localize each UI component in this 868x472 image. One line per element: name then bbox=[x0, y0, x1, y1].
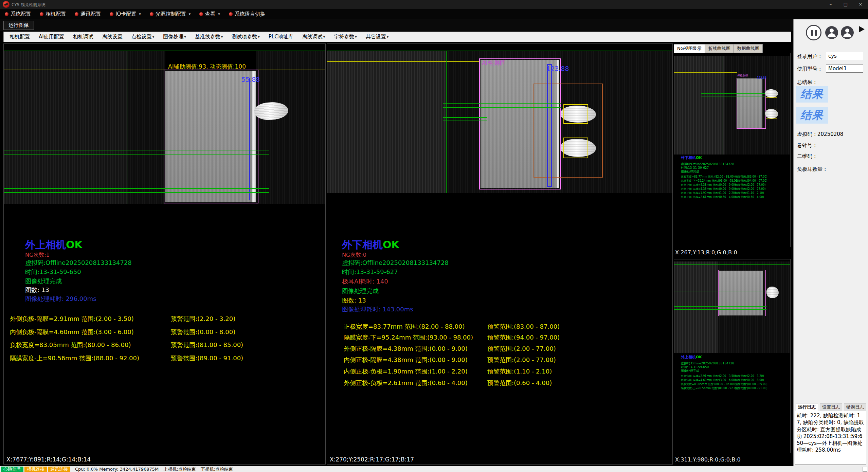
tab-line-chart[interactable]: 折线曲线图 bbox=[705, 44, 734, 53]
green-measure-line bbox=[701, 96, 766, 96]
panel-arrow-icon[interactable] bbox=[859, 26, 865, 32]
dropdown-arrow-icon: ▾ bbox=[221, 35, 223, 39]
tab-settings-log[interactable]: 设置日志 bbox=[820, 403, 842, 411]
login-user-field[interactable]: cys bbox=[826, 52, 863, 60]
blue-measure-line bbox=[760, 273, 760, 314]
frame-count-line: 图数: 13 bbox=[25, 286, 49, 294]
dropdown-arrow-icon: ▾ bbox=[355, 35, 357, 39]
camera-result: OK bbox=[696, 156, 702, 160]
green-measure-line bbox=[4, 188, 269, 189]
resize-grip[interactable] bbox=[863, 467, 867, 472]
camera-name: 外上相机 bbox=[681, 355, 696, 359]
time-line: 时间:13-31-59-627 bbox=[342, 268, 398, 276]
tab-ng-view[interactable]: NG视图显示 bbox=[674, 44, 705, 53]
tool-image-processing[interactable]: 图像处理▾ bbox=[159, 34, 191, 40]
menu-item-camera-config[interactable]: 相机配置 bbox=[40, 11, 66, 17]
menu-item-light-config[interactable]: 光源控制配置▾ bbox=[150, 11, 191, 17]
left-camera-view[interactable]: AI辅助阈值:93, 动态阈值:100 55.88 外上相机OK NG次数:1 … bbox=[3, 43, 326, 465]
warn-range-text: 预警范围:(81.00 - 85.00) bbox=[171, 341, 243, 349]
tool-baseline-params[interactable]: 基准线参数▾ bbox=[191, 34, 228, 40]
user-icon-button[interactable] bbox=[825, 26, 838, 39]
tool-camera-config[interactable]: 相机配置 bbox=[5, 34, 34, 40]
tab-run-log[interactable]: 运行日志 bbox=[796, 403, 818, 411]
green-measure-line bbox=[4, 154, 269, 155]
menu-item-label: 光源控制配置 bbox=[156, 11, 186, 17]
measurement-text: 内侧正极-负极=1.90mm 范围:(1.00 - 2.20) bbox=[344, 367, 468, 376]
warn-range-text: 预警范围:(94.00 - 97.00) bbox=[735, 179, 767, 183]
tool-offline-debug[interactable]: 离线调试▾ bbox=[298, 34, 330, 40]
ng-view-tabs: NG视图显示 折线曲线图 数据曲线图 bbox=[674, 44, 763, 53]
warn-range-text: 预警范围:(0.60 - 4.00) bbox=[487, 379, 552, 387]
tool-spot-check[interactable]: 点检设置▾ bbox=[127, 34, 159, 40]
result-box-lower: 结果 bbox=[796, 107, 828, 124]
dropdown-arrow-icon: ▾ bbox=[189, 12, 191, 16]
tool-label: 离线调试 bbox=[302, 34, 323, 40]
tool-label: 离线设置 bbox=[102, 34, 123, 40]
pause-button[interactable] bbox=[806, 25, 821, 40]
warn-range-text: 预警范围:(2.00 - 77.00) bbox=[487, 356, 556, 364]
tool-plc-address[interactable]: PLC地址库 bbox=[264, 34, 298, 40]
ng-thumbnail-lower[interactable]: AI检测框 123.88 外下相机OK 虚拟码:Offline202502081… bbox=[674, 53, 791, 247]
blue-measure-line bbox=[760, 80, 760, 126]
thumb-measure-row: 正极宽度=83.77mm 范围:(82.00 - 88.00)预警范围:(83.… bbox=[674, 175, 790, 179]
warn-range-text: 预警范围:(89.00 - 91.00) bbox=[171, 354, 243, 362]
minimize-button[interactable]: – bbox=[823, 0, 838, 9]
thumb-camera-title: 外上相机OK bbox=[681, 355, 702, 360]
width-value-label: 123.88 bbox=[546, 65, 569, 72]
tool-label: 测试项参数 bbox=[232, 34, 257, 40]
toolbar: 相机配置 AI使用配置 相机调试 离线设置 点检设置▾ 图像处理▾ 基准线参数▾… bbox=[3, 32, 791, 42]
green-measure-line bbox=[443, 121, 487, 121]
tool-char-params[interactable]: 字符参数▾ bbox=[329, 34, 361, 40]
virtual-code-line: 虚拟码:Offline20250208133134728 bbox=[25, 259, 132, 267]
warn-range-text: 预警范围:(81.00 - 85.00) bbox=[735, 382, 767, 386]
yellow-tab-box bbox=[563, 104, 588, 124]
close-button[interactable]: × bbox=[853, 0, 868, 9]
ng-thumbnail-upper[interactable]: 外上相机OK 虚拟码:Offline20250208133134728 时间:1… bbox=[674, 259, 791, 453]
qr-code-label: 二维码： bbox=[797, 153, 817, 160]
warn-range-text: 预警范围:(83.00 - 87.00) bbox=[487, 323, 560, 331]
ng-view-column: NG视图显示 折线曲线图 数据曲线图 AI检测框 123.88 外下相机OK 虚… bbox=[674, 43, 791, 465]
menu-item-system-config[interactable]: 系统配置 bbox=[5, 11, 31, 17]
tool-camera-debug[interactable]: 相机调试 bbox=[69, 34, 98, 40]
tab-error-log[interactable]: 错误日志 bbox=[844, 403, 866, 411]
app-window: CYS-视觉检测系统 – □ × 系统配置 相机配置 通讯配置 IO卡配置▾ 光… bbox=[0, 0, 868, 472]
user-settings-icon-button[interactable] bbox=[841, 26, 854, 39]
measurement-text: 负极宽度=83.05mm 范围:(80.00 - 86.00) bbox=[10, 341, 131, 349]
menu-item-icon bbox=[110, 12, 113, 16]
ai-elapsed-line: 极耳AI耗时: 140 bbox=[342, 277, 388, 286]
tab-data-chart[interactable]: 数据曲线图 bbox=[734, 44, 763, 53]
virtual-code-line: 虚拟码:Offline20250208133134728 bbox=[342, 259, 449, 267]
tool-label: 图像处理 bbox=[163, 34, 183, 40]
tool-offline-settings[interactable]: 离线设置 bbox=[98, 34, 127, 40]
menu-item-view[interactable]: 查看▾ bbox=[199, 11, 220, 17]
tool-test-item-params[interactable]: 测试项参数▾ bbox=[227, 34, 264, 40]
menu-item-comm-config[interactable]: 通讯配置 bbox=[75, 11, 101, 17]
thumb-measure-row: 隔膜宽度-上=90.56mm 范围:(88.00 - 92.00)预警范围:(8… bbox=[674, 386, 790, 391]
ai-box-label: AI检测框 bbox=[737, 74, 748, 77]
menu-item-label: 系统语言切换 bbox=[235, 11, 265, 17]
view-tab-row: 运行图像 bbox=[0, 19, 868, 31]
right-camera-view[interactable]: AI检测框 123.88 外下相机OK NG次数:0 虚拟码:Offline20… bbox=[327, 43, 673, 465]
measurement-text: 负极宽度=83.05mm 范围:(80.00 - 86.00) bbox=[681, 382, 735, 386]
measurement-text: 外侧负极-隔膜=2.91mm 范围:(2.00 - 3.50) bbox=[10, 315, 134, 323]
menu-item-language-switch[interactable]: 系统语言切换 bbox=[229, 11, 265, 17]
maximize-button[interactable]: □ bbox=[838, 0, 853, 9]
measurement-text: 外侧正极-隔膜=4.38mm 范围:(0.00 - 9.00) bbox=[681, 183, 736, 187]
elapsed-line: 图像处理耗时: 143.00ms bbox=[342, 305, 413, 313]
warn-range-text: 预警范围:(2.00 - 77.00) bbox=[487, 345, 556, 353]
dropdown-arrow-icon: ▾ bbox=[323, 35, 325, 39]
thumb-line: 图像处理完成 bbox=[681, 169, 699, 174]
tool-other-settings[interactable]: 其它设置▾ bbox=[361, 34, 393, 40]
tab-run-image[interactable]: 运行图像 bbox=[3, 21, 34, 30]
menu-item-io-card-config[interactable]: IO卡配置▾ bbox=[110, 11, 141, 17]
tool-ai-use-config[interactable]: AI使用配置 bbox=[34, 34, 69, 40]
warn-range-text: 预警范围:(89.00 - 91.00) bbox=[735, 386, 767, 390]
measurement-text: 内侧正极-隔膜=4.38mm 范围:(0.00 - 9.00) bbox=[681, 187, 736, 191]
title-bar: CYS-视觉检测系统 – □ × bbox=[0, 0, 868, 9]
warn-range-text: 预警范围:(1.10 - 2.10) bbox=[735, 191, 764, 195]
model-field[interactable]: Model1 bbox=[826, 65, 863, 73]
total-result-label: 总结果： bbox=[797, 79, 817, 86]
green-guide-line bbox=[127, 51, 127, 204]
run-log-text[interactable]: 耗时: 222, 缺陷检测耗时: 17, 缺陷分类耗时: 0, 缺陷提取分区耗时… bbox=[795, 411, 866, 465]
yellow-tab-box bbox=[766, 89, 777, 98]
